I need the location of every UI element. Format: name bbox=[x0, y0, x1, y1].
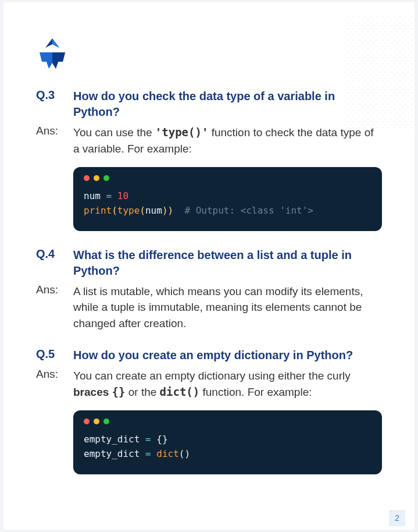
qa-block: Q.4What is the difference between a list… bbox=[36, 247, 382, 332]
question-text: How do you create an empty dictionary in… bbox=[73, 347, 353, 363]
question-text: What is the difference between a list an… bbox=[73, 247, 382, 279]
window-dot-icon bbox=[94, 418, 99, 424]
question-text: How do you check the data type of a vari… bbox=[73, 88, 382, 120]
brand-logo bbox=[36, 37, 382, 72]
document-page: Q.3How do you check the data type of a v… bbox=[3, 2, 415, 530]
window-dot-icon bbox=[103, 418, 109, 424]
window-controls bbox=[84, 175, 371, 181]
window-controls bbox=[84, 418, 371, 424]
window-dot-icon bbox=[84, 175, 90, 181]
answer-text: A list is mutable, which means you can m… bbox=[73, 283, 382, 332]
code-line: num = 10 bbox=[84, 189, 371, 204]
code-block: empty_dict = {}empty_dict = dict() bbox=[73, 410, 382, 474]
question-number: Q.3 bbox=[36, 88, 63, 102]
answer-text: You can create an empty dictionary using… bbox=[73, 368, 382, 400]
window-dot-icon bbox=[84, 418, 90, 424]
code-block: num = 10print(type(num)) # Output: <clas… bbox=[73, 167, 382, 231]
question-number: Q.4 bbox=[36, 247, 63, 261]
code-line: empty_dict = {} bbox=[84, 432, 371, 447]
answer-label: Ans: bbox=[36, 368, 65, 381]
code-line: empty_dict = dict() bbox=[84, 447, 371, 462]
qa-block: Q.3How do you check the data type of a v… bbox=[36, 88, 382, 231]
qa-block: Q.5How do you create an empty dictionary… bbox=[36, 347, 382, 474]
question-number: Q.5 bbox=[36, 347, 63, 361]
answer-label: Ans: bbox=[36, 283, 65, 296]
code-line: print(type(num)) # Output: <class 'int'> bbox=[84, 204, 371, 218]
answer-text: You can use the 'type()' function to che… bbox=[73, 125, 382, 157]
answer-label: Ans: bbox=[36, 125, 65, 137]
page-number: 2 bbox=[389, 510, 405, 526]
window-dot-icon bbox=[103, 175, 109, 181]
window-dot-icon bbox=[94, 175, 99, 181]
